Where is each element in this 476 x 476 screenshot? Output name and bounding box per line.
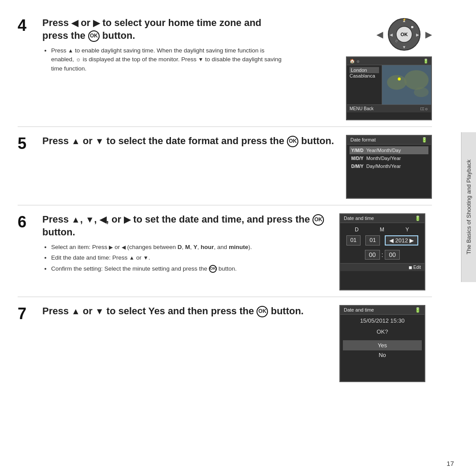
ok-button-icon: OK: [88, 30, 100, 42]
svg-point-14: [398, 78, 401, 81]
screen-6-title: Date and time: [344, 216, 374, 221]
arrow-up-icon: [71, 135, 80, 146]
screen-6-footer: ◼ Edit: [340, 263, 424, 271]
step-4-title: Press or to select your home time zone a…: [42, 17, 286, 42]
confirm-question: OK?: [343, 328, 422, 335]
svg-text:▼: ▼: [402, 45, 406, 49]
step-5-screen: Date format 🔋 Y/M/D Year/Month/Day M/D/Y…: [346, 135, 432, 199]
date-day-box: 01: [346, 235, 361, 245]
bullet-confirm: Confirm the setting: Select the minute s…: [51, 264, 331, 273]
ok-button-icon: OK: [287, 136, 298, 147]
time-row: 00 : 00: [345, 250, 420, 260]
section-6: 6 Press , , , or to set the date and tim…: [18, 205, 432, 297]
timezone-map: [382, 65, 431, 104]
step-5-content: Press or to select the date format and p…: [42, 135, 337, 152]
battery-icon: 🔋: [423, 59, 428, 63]
section-7: 7 Press or to select Yes and then press …: [18, 297, 432, 388]
arrow-right-icon: [93, 17, 100, 28]
step-4-right: ◀ OK ▲ ▼ ◀ ▶: [295, 17, 432, 120]
timezone-list: London Casablanca: [347, 65, 382, 104]
right-arrow-indicator: ▶: [425, 29, 432, 40]
screen-5-header: Date format 🔋: [347, 136, 431, 145]
page-number: 17: [446, 460, 454, 467]
section-5: 5 Press or to select the date format and…: [18, 126, 432, 205]
fmt-label-dmy: Day/Month/Year: [366, 164, 401, 169]
arrow-left-icon: [122, 244, 126, 250]
ok-button-icon: OK: [209, 265, 217, 273]
fmt-code-mdy: M/D/Y: [351, 156, 364, 161]
arrow-up-icon: [68, 47, 73, 54]
date-values-row: 01 01 ◀ 2012 ▶: [345, 235, 420, 245]
screen-4-header: 🏠 ☼ 🔋: [347, 57, 431, 65]
time-hour-box: 00: [365, 250, 380, 260]
step-4-bullets: Press to enable daylight saving time. Wh…: [42, 46, 286, 73]
step-number-5: 5: [18, 136, 33, 152]
date-format-mdy: M/D/Y Month/Day/Year: [350, 154, 428, 162]
fmt-label-mdy: Month/Day/Year: [366, 156, 401, 161]
date-labels-row: D M Y: [345, 227, 420, 233]
ok-button-icon: OK: [312, 214, 324, 226]
edit-label: ◼ Edit: [409, 265, 421, 270]
date-year-box: ◀ 2012 ▶: [385, 235, 418, 245]
date-format-ymd: Y/M/D Year/Month/Day: [350, 146, 428, 154]
screen-7-body: 15/05/2012 15:30 OK? Yes No: [340, 315, 424, 362]
step-number-4: 4: [18, 18, 33, 33]
svg-text:🔲: 🔲: [410, 25, 414, 29]
step-6-content: Press , , , or to set the date and time,…: [42, 213, 331, 275]
step-5-title: Press or to select the date format and p…: [42, 135, 337, 148]
bullet-item: Press to enable daylight saving time. Wh…: [51, 46, 286, 73]
arrow-left-icon: [71, 17, 78, 28]
arrow-up-icon: [71, 214, 80, 225]
step-number-6: 6: [18, 214, 33, 230]
time-separator: :: [382, 251, 383, 258]
screen-5-title: Date format: [350, 137, 376, 143]
ok-button-icon: OK: [257, 306, 268, 317]
svg-text:⚡: ⚡: [402, 18, 406, 22]
screen-6-header: Date and time 🔋: [340, 214, 424, 223]
arrow-down-icon: [143, 254, 149, 261]
arrow-up-icon: [129, 254, 134, 261]
svg-point-12: [404, 70, 429, 90]
battery-icon-5: 🔋: [421, 137, 428, 143]
svg-text:⏱: ⏱: [395, 40, 398, 43]
arrow-down-icon: [95, 135, 104, 146]
confirm-yes: Yes: [343, 340, 422, 350]
step-6-bullets: Select an item: Press or (changes betwee…: [42, 243, 331, 273]
step-6-screen: Date and time 🔋 D M Y 01 01 ◀ 2012 ▶: [339, 213, 425, 290]
date-month-box: 01: [365, 235, 379, 245]
step-7-screen: Date and time 🔋 15/05/2012 15:30 OK? Yes…: [339, 305, 425, 382]
arrow-right-icon: [109, 244, 113, 250]
battery-icon-6: 🔋: [415, 216, 421, 221]
screen-7-title: Date and time: [344, 307, 374, 313]
home-icon: 🏠 ☼: [350, 59, 360, 63]
bullet-edit-datetime: Edit the date and time: Press or .: [51, 253, 331, 262]
sidebar-tab-label: The Basics of Shooting and Playback: [465, 160, 472, 254]
step-6-right: Date and time 🔋 D M Y 01 01 ◀ 2012 ▶: [339, 213, 432, 290]
arrow-up-icon: [71, 305, 80, 316]
label-y: Y: [405, 227, 410, 233]
screen-4-body: London Casablanca: [347, 65, 431, 104]
step-7-right: Date and time 🔋 15/05/2012 15:30 OK? Yes…: [339, 305, 432, 382]
time-minute-box: 00: [385, 250, 400, 260]
svg-text:OK: OK: [401, 32, 408, 37]
step-number-7: 7: [18, 306, 33, 322]
screen-6-body: D M Y 01 01 ◀ 2012 ▶ 00 : 00: [340, 223, 424, 263]
arrow-down-icon: [198, 56, 204, 63]
step-7-title: Press or to select Yes and then press th…: [42, 305, 331, 318]
arrow-right-icon: [124, 214, 130, 225]
confirm-datetime: 15/05/2012 15:30: [343, 317, 422, 324]
confirm-no: No: [343, 350, 422, 360]
arrow-left-icon: [100, 214, 106, 225]
screen-4-footer: MENU Back □:☼: [347, 104, 431, 112]
label-m: M: [380, 227, 385, 233]
screen-5-body: Y/M/D Year/Month/Day M/D/Y Month/Day/Yea…: [347, 145, 431, 172]
page-container: 4 Press or to select your home time zone…: [0, 0, 445, 476]
bullet-select-item: Select an item: Press or (changes betwee…: [51, 243, 331, 252]
label-d: D: [355, 227, 360, 233]
fmt-label-ymd: Year/Month/Day: [366, 148, 401, 153]
step-7-content: Press or to select Yes and then press th…: [42, 305, 331, 322]
svg-point-11: [387, 75, 406, 89]
timezone-casablanca: Casablanca: [350, 73, 379, 78]
camera-nav-ring: OK ▲ ▼ ◀ ▶ ⚡ 🔲 ⏱: [387, 17, 422, 52]
screen-7-header: Date and time 🔋: [340, 306, 424, 315]
